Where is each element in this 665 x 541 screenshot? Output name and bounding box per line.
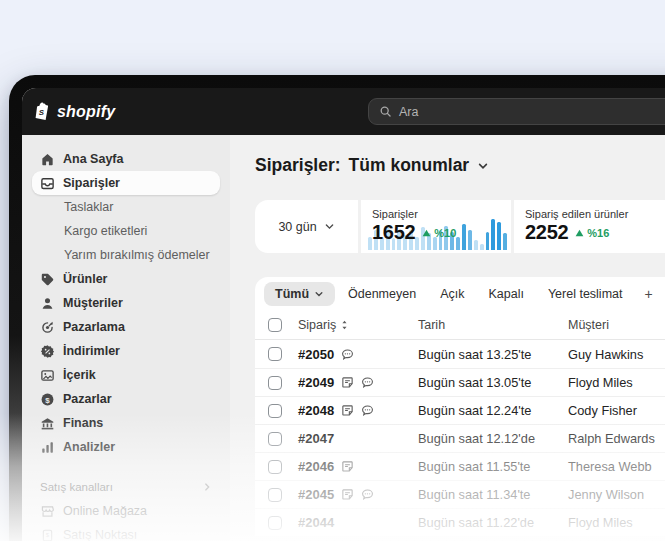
table-row[interactable]: #2050Bugün saat 13.25'teGuy Hawkins <box>255 340 665 368</box>
sidebar-item-analizler[interactable]: Analizler <box>32 435 220 459</box>
laptop-frame: S shopify Ara Ana SayfaSiparişlerTaslakl… <box>9 75 665 541</box>
sidebar-item-pazarlar[interactable]: $Pazarlar <box>32 387 220 411</box>
order-number: #2049 <box>298 375 334 390</box>
spark-bar <box>480 244 484 250</box>
order-cell: #2045 <box>298 487 418 502</box>
select-all-checkbox[interactable] <box>268 318 282 332</box>
order-number: #2048 <box>298 403 334 418</box>
metric-items-label: Sipariş edilen ürünler <box>525 208 665 220</box>
markets-icon: $ <box>40 392 55 407</box>
customers-icon <box>40 296 55 311</box>
sidebar-item-label: İndirimler <box>63 344 120 358</box>
table-row[interactable]: #2045Bugün saat 11.34'teJenny Wilson <box>255 480 665 508</box>
svg-text:$: $ <box>46 531 50 538</box>
tab-yerel-teslimat[interactable]: Yerel teslimat <box>537 282 634 306</box>
tab-label: Açık <box>440 287 464 301</box>
tab-label: Tümü <box>275 287 309 301</box>
pos-icon: $ <box>40 528 55 541</box>
row-checkbox[interactable] <box>268 404 282 418</box>
sidebar-items: Ana SayfaSiparişlerTaslaklarKargo etiket… <box>32 147 220 459</box>
row-checkbox[interactable] <box>268 347 282 361</box>
order-customer: Guy Hawkins <box>568 347 665 362</box>
order-date: Bugün saat 12.24'te <box>418 403 568 418</box>
location-selector[interactable]: Tüm konumlar <box>349 155 470 176</box>
date-range-label: 30 gün <box>278 220 316 234</box>
sidebar-item-label: İçerik <box>63 368 96 382</box>
row-checkbox[interactable] <box>268 516 282 530</box>
order-number: #2045 <box>298 487 334 502</box>
sidebar-item-label: Kargo etiketleri <box>64 224 147 238</box>
chevron-right-icon <box>202 482 212 492</box>
sidebar-item-finans[interactable]: Finans <box>32 411 220 435</box>
finance-icon <box>40 416 55 431</box>
sidebar-item-siparisler[interactable]: Siparişler <box>32 171 220 195</box>
sidebar-item-label: Yarım bırakılmış ödemeler <box>64 248 210 262</box>
sidebar-item-indirimler[interactable]: İndirimler <box>32 339 220 363</box>
sidebar-item-urunler[interactable]: Ürünler <box>32 267 220 291</box>
note-icon <box>341 404 354 417</box>
sidebar-item-yarim-birakilmis-odemeler[interactable]: Yarım bırakılmış ödemeler <box>32 243 220 267</box>
add-view-button[interactable]: + <box>635 281 661 307</box>
order-date: Bugün saat 13.05'te <box>418 375 568 390</box>
logo-wordmark: shopify <box>57 103 115 121</box>
sidebar-item-icerik[interactable]: İçerik <box>32 363 220 387</box>
date-range-selector[interactable]: 30 gün <box>255 200 358 253</box>
orders-table-card: TümüÖdenmeyenAçıkKapalıYerel teslimat+ S… <box>255 277 665 536</box>
table-row[interactable]: #2047Bugün saat 12.12'deRalph Edwards <box>255 424 665 452</box>
sidebar-item-kargo-etiketleri[interactable]: Kargo etiketleri <box>32 219 220 243</box>
sidebar-item-ana-sayfa[interactable]: Ana Sayfa <box>32 147 220 171</box>
tab-label: + <box>644 286 652 302</box>
search-placeholder: Ara <box>399 105 418 119</box>
search-input[interactable]: Ara <box>368 98 665 125</box>
column-header-date: Tarih <box>418 318 568 332</box>
row-checkbox[interactable] <box>268 376 282 390</box>
tab-kapali[interactable]: Kapalı <box>477 282 534 306</box>
table-row[interactable]: #2049Bugün saat 13.05'teFloyd Miles <box>255 368 665 396</box>
sidebar-channel-satis-noktasi[interactable]: $Satış Noktası <box>32 523 220 541</box>
tab-tumu[interactable]: Tümü <box>264 282 335 306</box>
table-row[interactable]: #2048Bugün saat 12.24'teCody Fisher <box>255 396 665 424</box>
tab-acik[interactable]: Açık <box>429 282 475 306</box>
table-header-row: SiparişTarihMüşteri <box>255 310 665 340</box>
orders-icon <box>40 176 55 191</box>
content-area: Siparişler: Tüm konumlar 30 gün Sipari <box>230 135 665 541</box>
note-icon <box>341 460 354 473</box>
products-icon <box>40 272 55 287</box>
trend-up-icon <box>575 229 584 237</box>
row-checkbox[interactable] <box>268 460 282 474</box>
shopify-logo[interactable]: S shopify <box>33 101 115 122</box>
metric-items-ordered[interactable]: Sipariş edilen ürünler 2252 %16 <box>514 200 665 253</box>
page-title-text: Siparişler: <box>255 155 341 176</box>
channel-label: Satış Noktası <box>63 528 137 541</box>
metric-orders-delta: %10 <box>422 227 456 239</box>
row-checkbox[interactable] <box>268 488 282 502</box>
sales-channels-header[interactable]: Satış kanalları <box>32 475 220 499</box>
sidebar-channel-online-magaza[interactable]: Online Mağaza <box>32 499 220 523</box>
sidebar-item-label: Ürünler <box>63 272 107 286</box>
order-number: #2044 <box>298 515 334 530</box>
order-customer: Floyd Miles <box>568 375 665 390</box>
comment-icon <box>341 348 354 361</box>
chevron-down-icon[interactable] <box>477 160 489 172</box>
table-row[interactable]: #2046Bugün saat 11.55'teTheresa Webb <box>255 452 665 480</box>
metric-orders-value: 1652 <box>372 221 415 244</box>
column-header-order[interactable]: Sipariş <box>298 318 418 332</box>
stats-bar: 30 gün Siparişler 1652 <box>255 200 665 253</box>
order-customer: Theresa Webb <box>568 459 665 474</box>
sidebar-item-taslaklar[interactable]: Taslaklar <box>32 195 220 219</box>
tab-odenmeyen[interactable]: Ödenmeyen <box>337 282 427 306</box>
table-row[interactable]: #2044Bugün saat 11.22'deFloyd Miles <box>255 508 665 536</box>
sidebar-item-pazarlama[interactable]: Pazarlama <box>32 315 220 339</box>
order-date: Bugün saat 12.12'de <box>418 431 568 446</box>
order-cell: #2046 <box>298 459 418 474</box>
tab-label: Kapalı <box>488 287 523 301</box>
order-date: Bugün saat 11.55'te <box>418 459 568 474</box>
note-icon <box>341 488 354 501</box>
order-cell: #2050 <box>298 347 418 362</box>
online-store-icon <box>40 504 55 519</box>
row-checkbox[interactable] <box>268 432 282 446</box>
metric-orders[interactable]: Siparişler 1652 %10 <box>361 200 511 253</box>
sidebar-item-musteriler[interactable]: Müşteriler <box>32 291 220 315</box>
order-number: #2050 <box>298 347 334 362</box>
comment-icon <box>361 488 374 501</box>
